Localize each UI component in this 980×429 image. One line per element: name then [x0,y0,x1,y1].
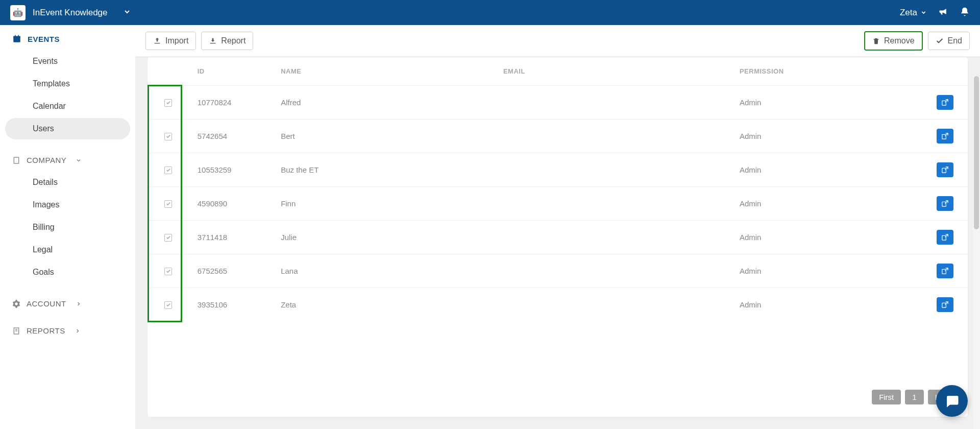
sidebar-item-goals[interactable]: Goals [5,261,130,283]
remove-button[interactable]: Remove [864,31,923,51]
th-name[interactable]: NAME [273,57,495,86]
row-checkbox[interactable] [164,133,172,140]
edit-button[interactable] [937,230,953,245]
cell-email [495,86,731,120]
svg-rect-12 [942,101,946,105]
main-content: Import Report Remove End [135,25,980,429]
brand-chevron-icon[interactable] [123,8,131,18]
pagination: First 1 Last [148,380,968,417]
edit-button[interactable] [937,95,953,110]
page-first-button[interactable]: First [872,390,901,404]
sidebar-item-legal[interactable]: Legal [5,239,130,260]
edit-button[interactable] [937,196,953,211]
table-row: 10553259Buz the ETAdmin [148,153,968,187]
row-checkbox[interactable] [164,166,172,174]
row-checkbox[interactable] [164,268,172,275]
sidebar-head-company-label: COMPANY [27,156,66,164]
sidebar-item-templates[interactable]: Templates [5,73,130,94]
row-checkbox[interactable] [164,200,172,208]
sidebar-item-users[interactable]: Users [5,118,130,139]
svg-rect-17 [942,269,946,274]
table-row: 3935106ZetaAdmin [148,288,968,322]
sidebar-item-images[interactable]: Images [5,194,130,216]
sidebar-item-events[interactable]: Events [5,51,130,72]
report-button[interactable]: Report [201,32,253,50]
cell-permission: Admin [731,221,912,254]
sidebar-item-details[interactable]: Details [5,172,130,193]
th-permission[interactable]: PERMISSION [731,57,912,86]
topbar-right: Zeta [900,7,970,19]
download-icon [209,37,217,45]
sidebar-company-items: DetailsImagesBillingLegalGoals [0,172,135,290]
table-row: 5742654BertAdmin [148,120,968,153]
gear-icon [12,300,20,308]
edit-button[interactable] [937,264,953,278]
chat-fab[interactable] [936,385,968,417]
import-button[interactable]: Import [145,32,196,50]
edit-button[interactable] [937,162,953,177]
cell-id: 4590890 [189,187,273,221]
import-button-label: Import [165,36,188,45]
cell-id: 6752565 [189,254,273,288]
chevron-down-icon [920,9,927,16]
svg-rect-18 [942,303,946,307]
sidebar-head-account-label: ACCOUNT [27,299,66,308]
page-number-button[interactable]: 1 [905,390,923,404]
edit-button[interactable] [937,297,953,312]
report-button-label: Report [221,36,246,45]
end-button[interactable]: End [928,32,970,50]
edit-icon [941,99,949,106]
sidebar-item-calendar[interactable]: Calendar [5,96,130,117]
th-id[interactable]: ID [189,57,273,86]
sidebar-head-reports[interactable]: REPORTS [0,314,135,341]
table-row: 3711418JulieAdmin [148,221,968,254]
cell-permission: Admin [731,86,912,120]
sidebar-head-events[interactable]: EVENTS [0,25,135,50]
cell-permission: Admin [731,288,912,322]
sidebar-head-account[interactable]: ACCOUNT [0,290,135,314]
table-row: 10770824AlfredAdmin [148,86,968,120]
row-checkbox[interactable] [164,99,172,107]
cell-permission: Admin [731,153,912,187]
row-checkbox[interactable] [164,301,172,309]
cell-name: Zeta [273,288,495,322]
scrollbar[interactable] [973,76,980,429]
cell-name: Lana [273,254,495,288]
cell-name: Bert [273,120,495,153]
cell-email [495,187,731,221]
cell-email [495,120,731,153]
edit-button[interactable] [937,129,953,144]
trash-icon [872,37,880,45]
cell-name: Alfred [273,86,495,120]
brand-logo[interactable]: 🤖 [10,5,26,20]
svg-rect-13 [942,134,946,139]
chevron-down-icon [76,157,82,163]
sidebar-head-company[interactable]: COMPANY [0,147,135,171]
sidebar-item-billing[interactable]: Billing [5,217,130,238]
table-row: 4590890FinnAdmin [148,187,968,221]
edit-icon [941,200,949,207]
scrollbar-thumb[interactable] [974,76,979,229]
users-tbody: 10770824AlfredAdmin5742654BertAdmin10553… [148,86,968,322]
bell-icon[interactable] [960,7,970,19]
th-email[interactable]: EMAIL [495,57,731,86]
cell-email [495,153,731,187]
users-table: ID NAME EMAIL PERMISSION 10770824AlfredA… [148,57,968,321]
sidebar: EVENTS EventsTemplatesCalendarUsers COMP… [0,25,135,429]
cell-email [495,221,731,254]
edit-icon [941,166,949,174]
upload-icon [153,37,161,45]
user-menu[interactable]: Zeta [900,8,927,18]
megaphone-icon[interactable] [938,7,948,19]
svg-rect-14 [942,168,946,173]
row-checkbox[interactable] [164,234,172,242]
cell-id: 10770824 [189,86,273,120]
sidebar-head-events-label: EVENTS [28,35,60,43]
cell-name: Julie [273,221,495,254]
cell-id: 10553259 [189,153,273,187]
action-bar: Import Report Remove End [135,25,980,57]
chevron-right-icon [76,301,82,307]
svg-rect-15 [942,202,946,206]
cell-email [495,288,731,322]
cell-id: 3711418 [189,221,273,254]
